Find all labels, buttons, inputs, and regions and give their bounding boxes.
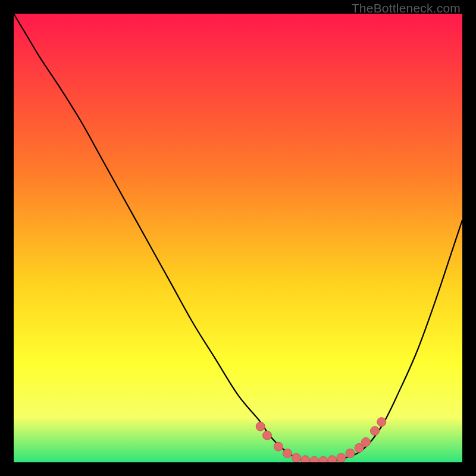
curve-marker (346, 449, 355, 458)
curve-marker (319, 456, 328, 462)
curve-marker (377, 418, 386, 427)
curve-marker (361, 438, 370, 447)
curve-marker (337, 453, 346, 462)
curve-marker (283, 449, 292, 458)
bottleneck-chart (14, 14, 462, 462)
curve-marker (263, 431, 272, 440)
curve-marker (328, 456, 337, 462)
curve-marker (292, 453, 301, 462)
curve-marker (256, 422, 265, 431)
curve-marker (274, 442, 283, 451)
curve-marker (310, 456, 319, 462)
curve-marker (370, 427, 379, 436)
chart-frame (14, 14, 462, 462)
curve-marker (301, 456, 310, 462)
